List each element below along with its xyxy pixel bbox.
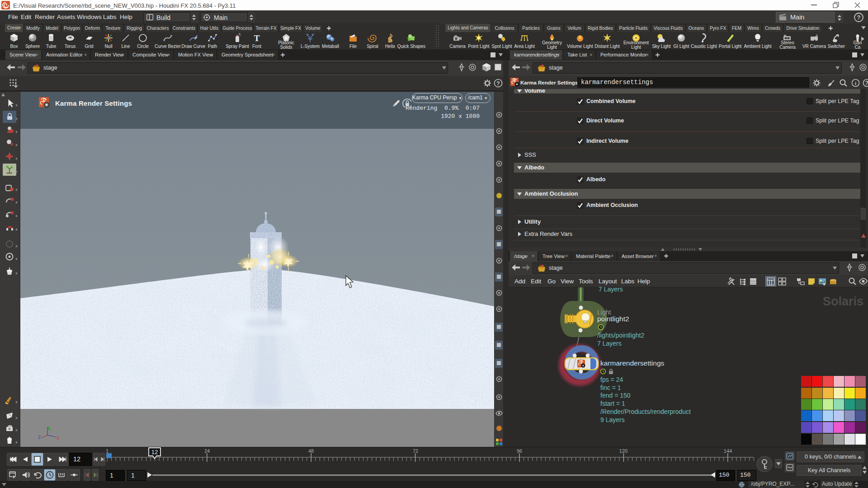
svg-text:x: x [57, 435, 59, 441]
svg-text:?: ? [857, 14, 861, 21]
svg-text:?: ? [865, 80, 868, 86]
svg-text:i: i [855, 80, 856, 86]
svg-text:T: T [254, 33, 260, 43]
svg-text:12: 12 [151, 449, 158, 455]
svg-text:z: z [38, 434, 41, 440]
svg-text:?: ? [496, 80, 500, 87]
